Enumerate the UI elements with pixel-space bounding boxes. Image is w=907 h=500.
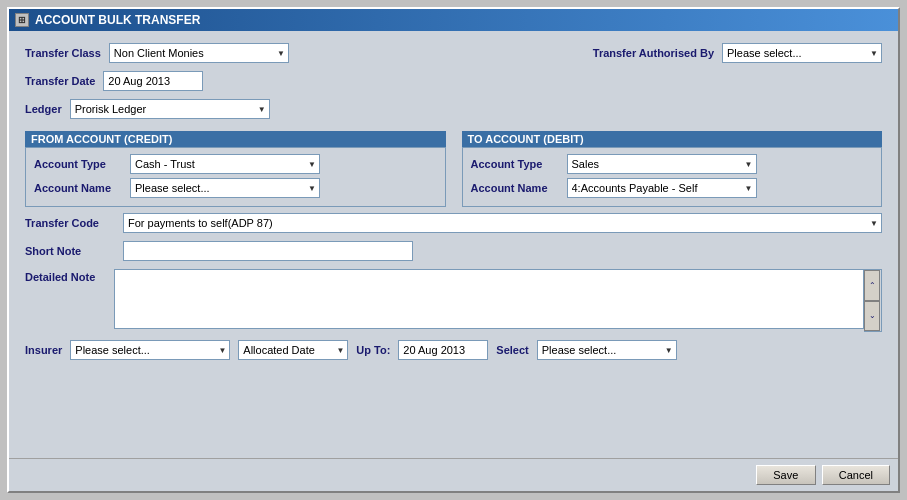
detailed-note-row: Detailed Note ⌃ ⌄ bbox=[25, 269, 882, 332]
accounts-section: FROM ACCOUNT (CREDIT) Account Type Cash … bbox=[25, 131, 882, 207]
short-note-input[interactable] bbox=[123, 241, 413, 261]
from-account-type-row: Account Type Cash - Trust bbox=[34, 154, 437, 174]
top-form-row: Transfer Class Non Client Monies Transfe… bbox=[25, 43, 882, 63]
to-account-section: TO ACCOUNT (DEBIT) Account Type Sales Ac… bbox=[462, 131, 883, 207]
from-account-name-label: Account Name bbox=[34, 182, 124, 194]
short-note-label: Short Note bbox=[25, 245, 115, 257]
save-button[interactable]: Save bbox=[756, 465, 816, 485]
to-account-type-row: Account Type Sales bbox=[471, 154, 874, 174]
transfer-class-label: Transfer Class bbox=[25, 47, 101, 59]
transfer-authorised-by-dropdown[interactable]: Please select... bbox=[723, 47, 881, 59]
from-account-type-select[interactable]: Cash - Trust bbox=[130, 154, 320, 174]
ledger-dropdown[interactable]: Prorisk Ledger bbox=[71, 103, 269, 115]
ledger-row: Ledger Prorisk Ledger bbox=[25, 99, 882, 119]
detailed-note-scrollbar: ⌃ ⌄ bbox=[864, 269, 882, 332]
window-icon: ⊞ bbox=[15, 13, 29, 27]
to-account-name-dropdown[interactable]: 4:Accounts Payable - Self bbox=[568, 182, 756, 194]
detailed-note-label: Detailed Note bbox=[25, 269, 106, 283]
transfer-date-label: Transfer Date bbox=[25, 75, 95, 87]
from-account-name-row: Account Name Please select... bbox=[34, 178, 437, 198]
scroll-up-button[interactable]: ⌃ bbox=[864, 270, 880, 301]
scroll-down-button[interactable]: ⌄ bbox=[864, 301, 880, 332]
to-account-type-select[interactable]: Sales bbox=[567, 154, 757, 174]
transfer-class-dropdown[interactable]: Non Client Monies bbox=[110, 47, 288, 59]
allocated-date-select[interactable]: Allocated Date bbox=[238, 340, 348, 360]
to-account-name-label: Account Name bbox=[471, 182, 561, 194]
select-dropdown[interactable]: Please select... bbox=[538, 344, 676, 356]
cancel-button[interactable]: Cancel bbox=[822, 465, 890, 485]
up-to-label: Up To: bbox=[356, 344, 390, 356]
detailed-note-wrapper: ⌃ ⌄ bbox=[114, 269, 882, 332]
transfer-date-input[interactable] bbox=[103, 71, 203, 91]
to-account-header: TO ACCOUNT (DEBIT) bbox=[462, 131, 883, 147]
from-account-name-dropdown[interactable]: Please select... bbox=[131, 182, 319, 194]
transfer-code-label: Transfer Code bbox=[25, 217, 115, 229]
window-title: ACCOUNT BULK TRANSFER bbox=[35, 13, 200, 27]
transfer-code-select[interactable]: For payments to self(ADP 87) bbox=[123, 213, 882, 233]
from-account-section: FROM ACCOUNT (CREDIT) Account Type Cash … bbox=[25, 131, 446, 207]
ledger-label: Ledger bbox=[25, 103, 62, 115]
allocated-date-dropdown[interactable]: Allocated Date bbox=[239, 344, 347, 356]
from-account-type-dropdown[interactable]: Cash - Trust bbox=[131, 158, 319, 170]
to-account-name-select[interactable]: 4:Accounts Payable - Self bbox=[567, 178, 757, 198]
select-field[interactable]: Please select... bbox=[537, 340, 677, 360]
insurer-select[interactable]: Please select... bbox=[70, 340, 230, 360]
to-account-type-label: Account Type bbox=[471, 158, 561, 170]
window-body: Transfer Class Non Client Monies Transfe… bbox=[9, 31, 898, 458]
to-account-box: Account Type Sales Account Name 4:Accoun… bbox=[462, 147, 883, 207]
to-account-name-row: Account Name 4:Accounts Payable - Self bbox=[471, 178, 874, 198]
insurer-row: Insurer Please select... Allocated Date … bbox=[25, 340, 882, 360]
transfer-code-dropdown[interactable]: For payments to self(ADP 87) bbox=[124, 217, 881, 229]
from-account-box: Account Type Cash - Trust Account Name P… bbox=[25, 147, 446, 207]
from-account-type-label: Account Type bbox=[34, 158, 124, 170]
select-label: Select bbox=[496, 344, 528, 356]
detailed-note-textarea[interactable] bbox=[114, 269, 864, 329]
short-note-row: Short Note bbox=[25, 241, 882, 261]
insurer-dropdown[interactable]: Please select... bbox=[71, 344, 229, 356]
transfer-code-row: Transfer Code For payments to self(ADP 8… bbox=[25, 213, 882, 233]
transfer-authorised-by-label: Transfer Authorised By bbox=[593, 47, 714, 59]
ledger-select[interactable]: Prorisk Ledger bbox=[70, 99, 270, 119]
to-account-type-dropdown[interactable]: Sales bbox=[568, 158, 756, 170]
transfer-date-row: Transfer Date bbox=[25, 71, 882, 91]
transfer-authorised-by-select[interactable]: Please select... bbox=[722, 43, 882, 63]
from-account-name-select[interactable]: Please select... bbox=[130, 178, 320, 198]
from-account-header: FROM ACCOUNT (CREDIT) bbox=[25, 131, 446, 147]
transfer-class-select[interactable]: Non Client Monies bbox=[109, 43, 289, 63]
insurer-label: Insurer bbox=[25, 344, 62, 356]
main-window: ⊞ ACCOUNT BULK TRANSFER Transfer Class N… bbox=[7, 7, 900, 493]
up-to-input[interactable] bbox=[398, 340, 488, 360]
footer: Save Cancel bbox=[9, 458, 898, 491]
title-bar: ⊞ ACCOUNT BULK TRANSFER bbox=[9, 9, 898, 31]
